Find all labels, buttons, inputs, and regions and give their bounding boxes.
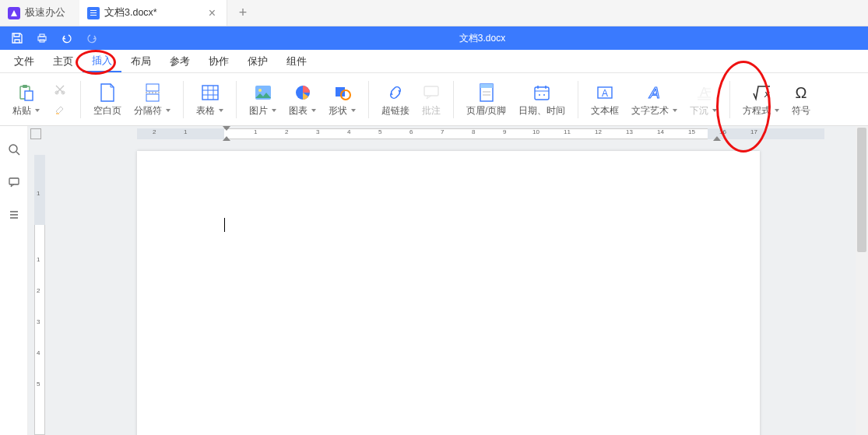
blank-page-button[interactable]: 空白页 [87,73,128,125]
ruler-mark: 1 [254,128,257,135]
header-footer-label: 页眉/页脚 [466,105,506,117]
vertical-ruler[interactable]: 1 1 2 3 4 5 [33,151,48,435]
svg-rect-10 [202,86,218,100]
ruler-mark: 1 [37,256,40,263]
menu-reference[interactable]: 参考 [160,50,199,72]
svg-rect-19 [535,87,549,100]
comment-icon [422,82,441,103]
page-break-icon [144,82,161,103]
scrollbar-thumb[interactable] [857,128,866,252]
app-home-tab[interactable]: 极速办公 [0,0,79,26]
menu-layout[interactable]: 布局 [121,50,160,72]
svg-rect-4 [23,85,27,88]
undo-button[interactable] [56,29,78,47]
new-tab-button[interactable]: + [227,0,258,26]
dropcap-button[interactable]: A 下沉 [684,73,723,125]
close-tab-button[interactable]: × [206,6,219,20]
svg-rect-14 [336,87,345,96]
ruler-mark: 5 [37,381,40,388]
cut-button[interactable] [51,82,69,97]
ruler-mark: 17 [750,128,757,135]
equation-button[interactable]: x 方程式 [736,73,785,125]
table-button[interactable]: 表格 [190,73,230,125]
vertical-scrollbar[interactable] [856,126,868,435]
find-button[interactable] [6,142,22,157]
paste-icon [17,82,36,103]
ruler-corner[interactable] [28,126,44,142]
svg-rect-1 [40,34,44,37]
svg-point-21 [543,94,545,96]
save-button[interactable] [6,29,28,47]
format-painter-button[interactable] [51,102,69,118]
wordart-icon: A [645,82,664,103]
menu-protect[interactable]: 保护 [238,50,277,72]
ruler-mark: 1 [37,190,40,197]
datetime-button[interactable]: 日期、时间 [512,73,571,125]
comment-label: 批注 [422,105,441,117]
horizontal-ruler[interactable]: 2 1 1 2 3 4 5 6 7 8 9 10 11 12 13 14 15 … [28,126,856,142]
shape-icon [333,82,352,103]
ruler-mark: 5 [378,128,381,135]
ruler-mark: 3 [316,128,319,135]
ruler-mark: 11 [564,128,571,135]
quick-access-toolbar [6,29,103,47]
ruler-mark: 9 [503,128,506,135]
ruler-mark: 2 [37,287,40,294]
svg-point-12 [258,89,262,92]
ruler-mark: 14 [657,128,664,135]
symbol-label: 符号 [792,105,810,117]
menu-component[interactable]: 组件 [277,50,316,72]
svg-rect-29 [9,178,19,184]
print-button[interactable] [31,29,53,47]
wordart-button[interactable]: A 文字艺术 [625,73,684,125]
symbol-icon: Ω [792,82,810,103]
image-label: 图片 [249,105,276,117]
dropcap-icon: A [694,82,713,103]
comments-pane-button[interactable] [6,174,22,190]
hyperlink-button[interactable]: 超链接 [375,73,416,125]
menu-file[interactable]: 文件 [5,50,44,72]
menu-insert[interactable]: 插入 [83,50,121,72]
page-break-label: 分隔符 [134,105,170,117]
shape-button[interactable]: 形状 [322,73,362,125]
menu-collab[interactable]: 协作 [199,50,238,72]
ruler-mark: 12 [595,128,602,135]
ruler-mark: 2 [285,128,288,135]
datetime-label: 日期、时间 [518,105,565,117]
equation-label: 方程式 [743,105,779,117]
comment-button[interactable]: 批注 [416,73,447,125]
page-break-button[interactable]: 分隔符 [128,73,177,125]
datetime-icon [532,82,551,103]
hyperlink-label: 超链接 [381,105,409,117]
textbox-label: 文本框 [591,105,619,117]
svg-rect-5 [25,91,33,100]
ruler-mark: 3 [37,318,40,325]
side-rail [0,126,28,435]
svg-point-28 [9,145,17,153]
outline-pane-button[interactable] [6,207,22,223]
app-name: 极速办公 [25,6,65,19]
redo-button[interactable] [81,29,103,47]
header-footer-button[interactable]: 页眉/页脚 [460,73,512,125]
menu-home[interactable]: 主页 [44,50,83,72]
hyperlink-icon [386,82,405,103]
svg-rect-9 [146,94,159,101]
ruler-mark: 15 [688,128,695,135]
chart-button[interactable]: 图表 [283,73,322,125]
ruler-mark: 16 [719,128,726,135]
ruler-mark: 6 [409,128,413,135]
dropcap-label: 下沉 [690,105,717,117]
svg-text:A: A [602,88,608,99]
textbox-button[interactable]: A 文本框 [585,73,625,125]
document-page[interactable] [137,151,760,435]
header-footer-icon [478,82,495,103]
blank-page-label: 空白页 [93,105,121,117]
document-tab[interactable]: 文档3.docx* × [79,0,227,26]
table-icon [201,82,220,103]
image-button[interactable]: 图片 [243,73,283,125]
symbol-button[interactable]: Ω 符号 [785,73,817,125]
image-icon [254,82,272,103]
table-label: 表格 [196,105,223,117]
app-logo-icon [8,7,20,19]
paste-button[interactable]: 粘贴 [6,73,46,125]
